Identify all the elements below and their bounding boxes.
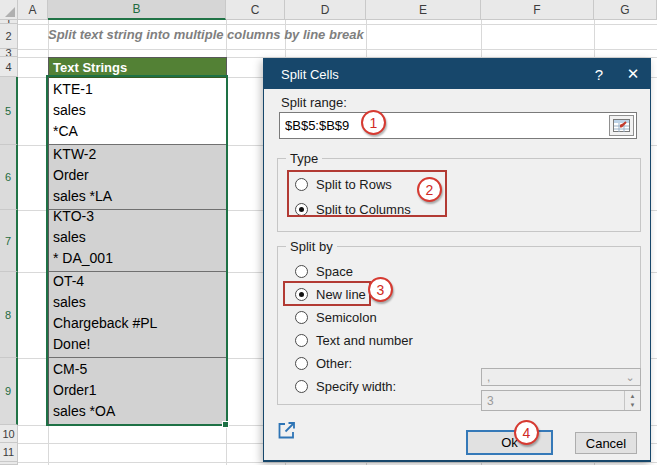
spinner-up-icon[interactable]: ▲ bbox=[625, 391, 640, 401]
gridline bbox=[18, 49, 657, 50]
cell-text-line: sales *LA bbox=[53, 186, 223, 207]
radio-semicolon[interactable]: Semicolon bbox=[295, 306, 640, 329]
cell-b9[interactable]: CM-5 Order1 sales *OA bbox=[49, 358, 226, 424]
cell-b4-table-header[interactable]: Text Strings bbox=[49, 58, 226, 78]
gridline bbox=[18, 462, 657, 463]
annotation-step-3: 3 bbox=[368, 277, 393, 302]
row-header-4[interactable]: 4 bbox=[0, 57, 18, 77]
cell-text-line: CM-5 bbox=[53, 359, 223, 380]
radio-new-line[interactable]: New line bbox=[295, 283, 640, 306]
select-all-triangle-icon bbox=[5, 7, 15, 17]
type-group: Type Split to Rows Split to Columns bbox=[277, 151, 641, 232]
row-header-3[interactable]: 3 bbox=[0, 49, 18, 57]
row-header-6[interactable]: 6 bbox=[0, 145, 18, 210]
row-header-11[interactable]: 11 bbox=[0, 443, 18, 462]
dialog-title: Split Cells bbox=[281, 67, 339, 82]
cell-b8[interactable]: OT-4 sales Chargeback #PL Done! bbox=[49, 272, 226, 358]
range-selector-button[interactable] bbox=[609, 115, 634, 136]
select-all-corner[interactable] bbox=[0, 0, 18, 20]
share-external-icon bbox=[276, 419, 298, 441]
cell-b5[interactable]: KTE-1 sales *CA bbox=[49, 78, 226, 145]
row-header-10[interactable]: 10 bbox=[0, 425, 18, 443]
gridline bbox=[18, 24, 657, 25]
radio-icon bbox=[295, 265, 308, 278]
split-by-legend: Split by bbox=[286, 239, 337, 254]
other-delimiter-value: , bbox=[482, 370, 620, 384]
column-header-e[interactable]: E bbox=[366, 0, 481, 20]
radio-split-to-rows[interactable]: Split to Rows bbox=[295, 172, 640, 197]
radio-split-to-columns[interactable]: Split to Columns bbox=[295, 197, 640, 222]
cell-text-line: sales bbox=[53, 227, 223, 248]
split-range-label: Split range: bbox=[281, 95, 347, 110]
cell-text-line: sales bbox=[53, 292, 223, 313]
spinner-down-icon[interactable]: ▼ bbox=[625, 401, 640, 411]
cell-text-line: sales bbox=[53, 100, 223, 121]
cell-text-line: *CA bbox=[53, 121, 223, 142]
column-header-b[interactable]: B bbox=[48, 0, 226, 20]
column-header-a[interactable]: A bbox=[18, 0, 48, 20]
column-header-d[interactable]: D bbox=[285, 0, 366, 20]
other-delimiter-combobox[interactable]: , ⌄ bbox=[481, 368, 641, 386]
row-header-5[interactable]: 5 bbox=[0, 77, 18, 145]
radio-icon bbox=[295, 334, 308, 347]
close-button[interactable]: ✕ bbox=[616, 59, 650, 89]
cell-text-line: Order bbox=[53, 165, 223, 186]
radio-icon bbox=[295, 380, 308, 393]
row-header-8[interactable]: 8 bbox=[0, 272, 18, 358]
row-header-2[interactable]: 2 bbox=[0, 24, 18, 49]
column-header-f[interactable]: F bbox=[481, 0, 594, 20]
cell-text-line: KTW-2 bbox=[53, 144, 223, 165]
cell-text-line: KTE-1 bbox=[53, 79, 223, 100]
radio-selected-icon bbox=[295, 203, 308, 216]
radio-icon bbox=[295, 357, 308, 370]
range-selector-icon bbox=[613, 119, 630, 132]
cancel-button[interactable]: Cancel bbox=[575, 432, 637, 454]
radio-label: Split to Rows bbox=[316, 177, 392, 192]
cell-text-line: KTO-3 bbox=[53, 206, 223, 227]
specify-width-value: 3 bbox=[482, 391, 624, 410]
export-button[interactable] bbox=[273, 416, 301, 444]
ok-button[interactable]: Ok bbox=[466, 430, 553, 455]
help-button[interactable]: ? bbox=[582, 59, 616, 89]
specify-width-spinner[interactable]: 3 ▲ ▼ bbox=[481, 390, 641, 411]
column-header-c[interactable]: C bbox=[226, 0, 285, 20]
radio-selected-icon bbox=[295, 288, 308, 301]
cell-text-line: Order1 bbox=[53, 380, 223, 401]
annotation-step-4: 4 bbox=[514, 420, 539, 445]
radio-label: New line bbox=[316, 287, 366, 302]
radio-icon bbox=[295, 178, 308, 191]
radio-text-and-number[interactable]: Text and number bbox=[295, 329, 640, 352]
radio-label: Semicolon bbox=[316, 310, 377, 325]
chevron-down-icon[interactable]: ⌄ bbox=[620, 371, 640, 384]
cell-text-line: Chargeback #PL bbox=[53, 313, 223, 334]
row-header-9[interactable]: 9 bbox=[0, 358, 18, 425]
row-header-column: 1 2 3 4 5 6 7 8 9 10 11 bbox=[0, 20, 18, 465]
cell-text-line: * DA_001 bbox=[53, 248, 223, 269]
cell-b6[interactable]: KTW-2 Order sales *LA bbox=[49, 145, 226, 210]
annotation-step-2: 2 bbox=[417, 177, 442, 202]
excel-worksheet: A B C D E F G 1 2 3 4 5 6 7 8 9 10 11 Sp… bbox=[0, 0, 657, 465]
dialog-titlebar[interactable]: Split Cells ? ✕ bbox=[264, 59, 650, 89]
radio-label: Specify width: bbox=[316, 379, 396, 394]
radio-label: Split to Columns bbox=[316, 202, 411, 217]
column-header-row: A B C D E F G bbox=[0, 0, 657, 20]
radio-icon bbox=[295, 311, 308, 324]
row-header-7[interactable]: 7 bbox=[0, 210, 18, 272]
fill-handle[interactable] bbox=[222, 421, 229, 428]
type-legend: Type bbox=[286, 151, 322, 166]
radio-space[interactable]: Space bbox=[295, 260, 640, 283]
cell-text-line: OT-4 bbox=[53, 271, 223, 292]
radio-label: Text and number bbox=[316, 333, 413, 348]
spinner-arrows: ▲ ▼ bbox=[624, 391, 640, 410]
cell-b7[interactable]: KTO-3 sales * DA_001 bbox=[49, 210, 226, 272]
split-range-input[interactable] bbox=[280, 118, 609, 133]
cell-text-line: sales *OA bbox=[53, 401, 223, 422]
worksheet-caption: Split text string into multiple columns … bbox=[48, 27, 364, 42]
split-by-group: Split by Space New line Semicolon Text a… bbox=[277, 239, 641, 405]
split-cells-dialog: Split Cells ? ✕ Split range: bbox=[263, 58, 651, 462]
annotation-step-1: 1 bbox=[361, 110, 386, 135]
radio-label: Space bbox=[316, 264, 353, 279]
column-header-g[interactable]: G bbox=[594, 0, 657, 20]
radio-label: Other: bbox=[316, 356, 352, 371]
split-range-field-wrap bbox=[279, 112, 637, 139]
